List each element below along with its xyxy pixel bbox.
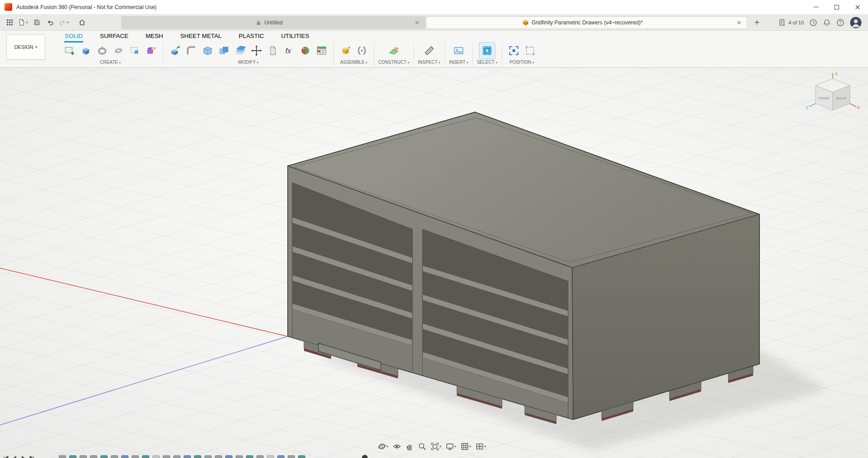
new-component-button[interactable] [338, 42, 353, 59]
combine-button[interactable] [216, 42, 232, 59]
undo-button[interactable] [43, 16, 57, 29]
capture-position-button[interactable] [506, 42, 522, 59]
save-button[interactable] [30, 16, 43, 29]
timeline-feature-icon[interactable] [298, 455, 305, 458]
fillet-button[interactable] [184, 42, 199, 59]
timeline-feature-icon[interactable] [163, 455, 170, 458]
timeline-step-forward-button[interactable] [28, 455, 35, 458]
timeline-marker[interactable] [362, 455, 368, 458]
timeline-feature-icon[interactable] [132, 455, 139, 458]
joint-button[interactable] [354, 42, 370, 59]
timeline-feature-icon[interactable] [121, 455, 128, 458]
timeline-feature-icon[interactable] [225, 455, 232, 458]
doc-tab-untitled-close-button[interactable] [413, 19, 421, 27]
tab-surface[interactable]: SURFACE [100, 32, 129, 42]
select-button[interactable] [479, 42, 495, 59]
timeline-feature-icon[interactable] [69, 455, 76, 458]
timeline-feature-icon[interactable] [90, 455, 97, 458]
construct-plane-button[interactable] [386, 42, 402, 59]
timeline-feature-icon[interactable] [236, 455, 243, 458]
notifications-button[interactable] [823, 19, 831, 27]
tab-sheet-metal[interactable]: SHEET METAL [180, 32, 222, 42]
grid-snaps-button[interactable]: ▾ [459, 441, 473, 452]
timeline-feature-icon[interactable] [111, 455, 118, 458]
create-form-button[interactable] [143, 42, 159, 59]
grid-icon [460, 442, 469, 451]
doc-tab-untitled[interactable]: Untitled [121, 16, 425, 29]
pan-button[interactable] [404, 441, 415, 452]
change-parameters-button[interactable]: fx [281, 42, 297, 59]
shell-button[interactable] [200, 42, 215, 59]
viewports-button[interactable]: ▾ [474, 441, 488, 452]
primitive-box-button[interactable] [127, 42, 142, 59]
delete-button[interactable] [265, 42, 280, 59]
inspect-group-label[interactable]: INSPECT [418, 60, 441, 65]
insert-group-label[interactable]: INSERT [449, 60, 469, 65]
timeline-feature-icon[interactable] [277, 455, 285, 458]
offset-face-button[interactable] [232, 42, 248, 59]
timeline-feature-icon[interactable] [59, 455, 66, 458]
redo-button[interactable] [57, 16, 71, 29]
timeline-feature-icon[interactable] [256, 455, 264, 458]
file-menu-button[interactable] [16, 16, 30, 29]
insert-button[interactable] [451, 42, 466, 59]
tab-utilities[interactable]: UTILITIES [280, 32, 309, 42]
fusion-logo-icon [5, 3, 12, 11]
timeline-feature-icon[interactable] [142, 455, 149, 458]
minimize-button[interactable] [806, 0, 826, 14]
zoom-button[interactable] [417, 441, 428, 452]
look-at-button[interactable] [391, 441, 403, 452]
orbit-button[interactable]: ▾ [376, 441, 390, 452]
timeline-feature-icon[interactable] [204, 455, 212, 458]
canvas-3d-scene[interactable] [0, 68, 868, 458]
modify-group-label[interactable]: MODIFY [238, 60, 258, 65]
create-sketch-button[interactable] [62, 42, 77, 59]
physical-material-button[interactable] [298, 42, 313, 59]
recent-activity-button[interactable] [809, 19, 817, 27]
position-group-label[interactable]: POSITION [510, 60, 534, 65]
view-cube[interactable]: Y FRONT RIGHT X Z [806, 71, 862, 116]
timeline-feature-icon[interactable] [173, 455, 180, 458]
timeline-feature-icon[interactable] [100, 455, 108, 458]
revert-position-button[interactable] [522, 42, 538, 59]
timeline-go-to-start-button[interactable] [3, 455, 9, 458]
help-button[interactable]: ? [836, 19, 844, 27]
timeline-feature-icon[interactable] [184, 455, 191, 458]
viewport-3d[interactable]: Y FRONT RIGHT X Z ▾ [0, 68, 868, 458]
move-copy-button[interactable] [249, 42, 264, 59]
tab-plastic[interactable]: PLASTIC [238, 32, 265, 42]
close-button[interactable] [847, 0, 868, 14]
sweep-button[interactable] [111, 42, 126, 59]
maximize-button[interactable] [826, 0, 847, 14]
timeline-feature-icon[interactable] [288, 455, 295, 458]
select-group-label[interactable]: SELECT [477, 60, 497, 65]
construct-group-label[interactable]: CONSTRUCT [378, 60, 409, 65]
timeline-feature-icon[interactable] [80, 455, 87, 458]
user-avatar-button[interactable] [850, 17, 862, 28]
home-button[interactable] [75, 16, 89, 29]
create-group-label[interactable]: CREATE [100, 60, 121, 65]
timeline-feature-icon[interactable] [267, 455, 274, 458]
measure-button[interactable] [422, 42, 437, 59]
new-tab-button[interactable] [751, 17, 763, 28]
doc-tab-gridfinity[interactable]: Gridfinity Parametric Drawers (v4~recove… [426, 16, 747, 29]
display-settings-button[interactable]: ▾ [444, 441, 458, 452]
fit-button[interactable]: ▾ [429, 441, 443, 452]
timeline-feature-icon[interactable] [215, 455, 222, 458]
timeline-play-button[interactable] [20, 455, 26, 458]
timeline-feature-icon[interactable] [246, 455, 253, 458]
press-pull-button[interactable] [167, 42, 183, 59]
job-status-button[interactable]: 4 of 10 [778, 19, 804, 26]
extrude-button[interactable] [78, 42, 94, 59]
timeline-feature-icon[interactable] [152, 455, 160, 458]
revolve-button[interactable] [95, 42, 110, 59]
doc-tab-gridfinity-close-button[interactable] [735, 19, 743, 27]
tab-solid[interactable]: SOLID [64, 32, 83, 42]
workspace-selector-button[interactable]: DESIGN [6, 34, 45, 60]
timeline-feature-icon[interactable] [194, 455, 201, 458]
assemble-group-label[interactable]: ASSEMBLE [340, 60, 367, 65]
data-panel-toggle-button[interactable] [3, 16, 16, 29]
timeline-step-back-button[interactable] [11, 455, 18, 458]
manage-materials-button[interactable] [314, 42, 329, 59]
tab-mesh[interactable]: MESH [145, 32, 164, 42]
